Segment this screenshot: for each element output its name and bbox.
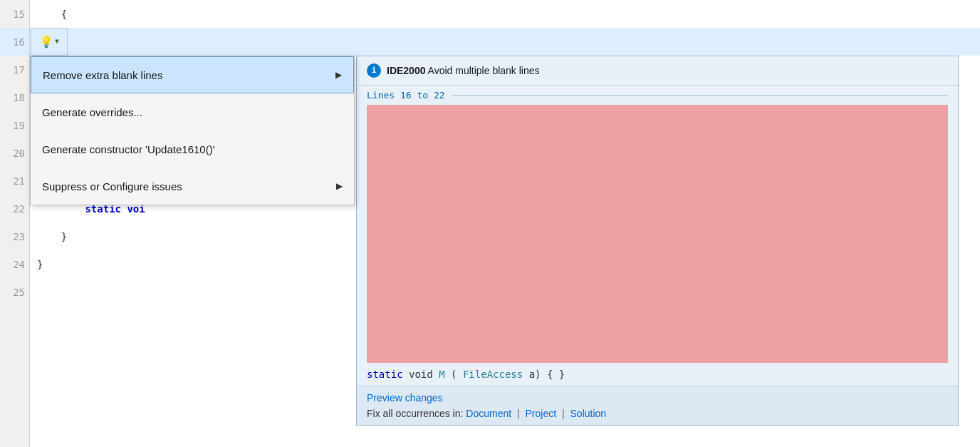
line-num-17: 17 — [0, 56, 29, 83]
menu-item-suppress-configure[interactable]: Suppress or Configure issues ▶ — [31, 168, 354, 205]
line-num-16: 16 — [0, 28, 29, 56]
code-line-16 — [30, 28, 980, 56]
separator-1: | — [517, 408, 523, 419]
line-num-19: 19 — [0, 111, 29, 139]
menu-item-label: Generate constructor 'Update1610()' — [42, 143, 215, 155]
menu-item-label: Remove extra blank lines — [43, 69, 162, 81]
preview-header: i IDE2000 Avoid multiple blank lines — [357, 56, 958, 86]
issue-id: IDE2000 — [387, 65, 425, 76]
line-num-20: 20 — [0, 139, 29, 167]
diff-area — [367, 105, 948, 363]
line-num-15: 15 — [0, 0, 29, 28]
menu-item-label: Suppress or Configure issues — [42, 180, 182, 192]
issue-title-text: Avoid multiple blank lines — [428, 65, 540, 76]
solution-link[interactable]: Solution — [570, 408, 607, 419]
fix-occurrences-line: Fix all occurrences in: Document | Proje… — [367, 408, 948, 419]
line-num-18: 18 — [0, 83, 29, 111]
project-link[interactable]: Project — [526, 408, 557, 419]
lightbulb-button[interactable]: 💡 ▼ — [31, 28, 68, 56]
lines-range-label: Lines 16 to 22 — [357, 86, 958, 105]
lightbulb-icon: 💡 — [39, 35, 53, 49]
separator-2: | — [562, 408, 568, 419]
preview-title: IDE2000 Avoid multiple blank lines — [387, 65, 540, 76]
line-num-24: 24 — [0, 250, 29, 278]
line-num-21: 21 — [0, 167, 29, 195]
info-icon: i — [367, 63, 381, 78]
menu-item-generate-overrides[interactable]: Generate overrides... — [31, 93, 354, 130]
code-line-15: { — [30, 0, 980, 28]
line-num-25: 25 — [0, 278, 29, 306]
menu-item-remove-blank-lines[interactable]: Remove extra blank lines ▶ — [31, 56, 354, 93]
fix-label: Fix all occurrences in: — [367, 408, 463, 419]
line-num-23: 23 — [0, 222, 29, 250]
preview-footer: Preview changes Fix all occurrences in: … — [357, 386, 958, 425]
document-link[interactable]: Document — [466, 408, 511, 419]
submenu-arrow-icon: ▶ — [335, 70, 342, 80]
preview-panel: i IDE2000 Avoid multiple blank lines Lin… — [356, 56, 959, 426]
menu-item-generate-constructor[interactable]: Generate constructor 'Update1610()' — [31, 130, 354, 168]
menu-item-label: Generate overrides... — [42, 106, 142, 118]
context-menu: Remove extra blank lines ▶ Generate over… — [30, 56, 355, 205]
dropdown-arrow-icon: ▼ — [55, 38, 59, 46]
line-number-gutter: 15 16 17 18 19 20 21 22 23 24 25 — [0, 0, 30, 447]
submenu-arrow-icon: ▶ — [336, 181, 343, 191]
preview-changes-link[interactable]: Preview changes — [367, 392, 443, 404]
preview-code: static void M ( FileAccess a) { } — [357, 363, 958, 386]
line-num-22: 22 — [0, 195, 29, 222]
